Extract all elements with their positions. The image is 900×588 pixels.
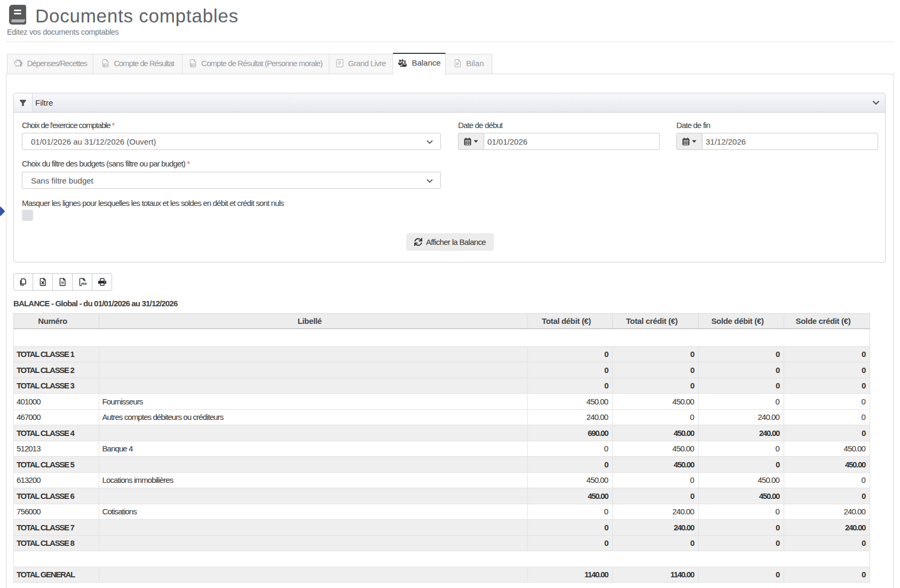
svg-text:PDF: PDF [81,282,88,285]
